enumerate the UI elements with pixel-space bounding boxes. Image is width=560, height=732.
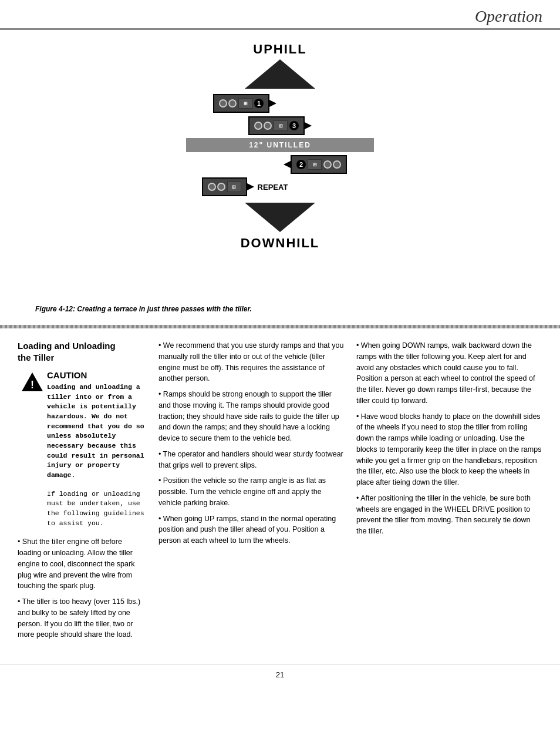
untilled-strip: 12" UNTILLED (186, 138, 374, 152)
wheel (254, 122, 262, 130)
pass-number-1: 1 (254, 99, 264, 108)
tiller-pass2: 2 ⊞ (291, 155, 347, 174)
bullets-right: • When going DOWN ramps, walk backward d… (356, 340, 542, 537)
caution-content: CAUTION Loading and unloading a tiller i… (47, 370, 147, 528)
page: Operation UPHILL ⊞ 1 (0, 0, 560, 732)
arrow-right-3 (305, 122, 312, 129)
tiller-wheels-2 (323, 160, 341, 169)
caution-text-2: If loading or unloading must be undertak… (47, 489, 147, 529)
tiller-body-2: ⊞ (308, 159, 322, 170)
caution-icon-container: ! (18, 370, 47, 528)
pass2-row: 2 ⊞ (284, 155, 347, 174)
caution-triangle-icon: ! (21, 371, 43, 392)
wheel (208, 183, 216, 191)
wheel (264, 122, 272, 130)
caution-text-1: Loading and unloading a tiller into or f… (47, 382, 147, 481)
wheel (323, 160, 332, 169)
figure-area: UPHILL ⊞ 1 (0, 30, 560, 300)
wheel (217, 183, 225, 191)
page-number: 21 (276, 670, 284, 679)
caution-title: CAUTION (47, 370, 147, 380)
diagram-container: UPHILL ⊞ 1 (35, 42, 525, 251)
tiller-body-r: ⊞ (227, 182, 241, 192)
arrow-left-2 (284, 161, 291, 168)
tiller-repeat: ⊞ (202, 177, 247, 196)
col-left: Loading and Unloading the Tiller ! CAUTI… (18, 340, 147, 646)
pass-number-3: 3 (289, 121, 299, 130)
wheel (219, 99, 227, 108)
uphill-label: UPHILL (253, 42, 306, 57)
repeat-label: REPEAT (258, 183, 288, 192)
bullets-middle: • We recommend that you use sturdy ramps… (158, 340, 345, 546)
arrow-right-r (247, 183, 254, 190)
figure-caption: Figure 4-12: Creating a terrace in just … (0, 300, 560, 325)
repeat-row: ⊞ REPEAT (202, 177, 288, 196)
section-title: Loading and Unloading the Tiller (18, 340, 147, 363)
header: Operation (0, 0, 560, 30)
pass3-row: ⊞ 3 (248, 116, 312, 135)
col-middle: • We recommend that you use sturdy ramps… (158, 340, 345, 646)
pass1-row: ⊞ 1 (213, 94, 276, 113)
tiller-body-1: ⊞ (238, 98, 252, 109)
wheel (333, 160, 341, 169)
downhill-label: DOWNHILL (241, 236, 320, 251)
tiller-pass3: ⊞ 3 (248, 116, 305, 135)
pass-number-2: 2 (296, 160, 306, 169)
content-section: Loading and Unloading the Tiller ! CAUTI… (0, 328, 560, 658)
arrow-down (245, 203, 315, 232)
svg-text:!: ! (31, 379, 34, 391)
bullet-left-1: • Shut the tiller engine off before load… (18, 536, 147, 640)
tiller-wheels-3 (254, 122, 272, 130)
tiller-wheels-1 (219, 99, 237, 108)
tiller-pass1: ⊞ 1 (213, 94, 269, 113)
arrow-right-1 (269, 100, 276, 107)
page-footer: 21 (0, 664, 560, 685)
wheel (228, 99, 237, 108)
arrow-up (245, 59, 315, 89)
col-right: • When going DOWN ramps, walk backward d… (356, 340, 542, 646)
tiller-body-3: ⊞ (274, 120, 288, 131)
page-title: Operation (475, 7, 542, 26)
diagram-content: UPHILL ⊞ 1 (139, 42, 421, 251)
caution-box: ! CAUTION Loading and unloading a tiller… (18, 370, 147, 528)
tiller-wheels-r (208, 183, 225, 191)
